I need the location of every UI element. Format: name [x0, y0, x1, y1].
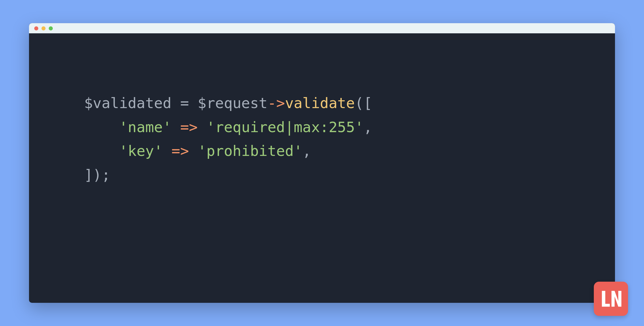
- code-indent: [84, 119, 119, 136]
- code-space: [189, 143, 198, 159]
- logo-badge: [594, 282, 628, 316]
- code-window: $validated = $request->validate([ 'name'…: [29, 23, 615, 303]
- close-icon[interactable]: [34, 26, 38, 30]
- code-space: [198, 119, 206, 136]
- code-punct: ,: [363, 119, 372, 136]
- code-punct: ,: [303, 143, 311, 159]
- code-block: $validated = $request->validate([ 'name'…: [29, 33, 615, 187]
- code-string: 'name': [119, 119, 171, 136]
- code-method: validate: [285, 95, 355, 112]
- code-variable: $request: [198, 95, 267, 112]
- window-titlebar: [29, 23, 615, 33]
- maximize-icon[interactable]: [49, 26, 53, 30]
- code-fat-arrow: =>: [180, 119, 198, 136]
- minimize-icon[interactable]: [41, 26, 46, 30]
- code-punct: ([: [355, 95, 372, 112]
- code-indent: [84, 143, 119, 159]
- code-punct: ]);: [84, 167, 110, 183]
- code-variable: $validated: [84, 95, 171, 112]
- code-string: 'prohibited': [198, 143, 302, 159]
- code-string: 'required|max:255': [206, 119, 363, 136]
- code-operator: =: [171, 95, 198, 112]
- code-fat-arrow: =>: [171, 143, 189, 159]
- code-string: 'key': [119, 143, 163, 159]
- code-arrow: ->: [267, 95, 285, 112]
- code-space: [163, 143, 171, 159]
- code-space: [171, 119, 180, 136]
- logo-icon: [600, 287, 622, 310]
